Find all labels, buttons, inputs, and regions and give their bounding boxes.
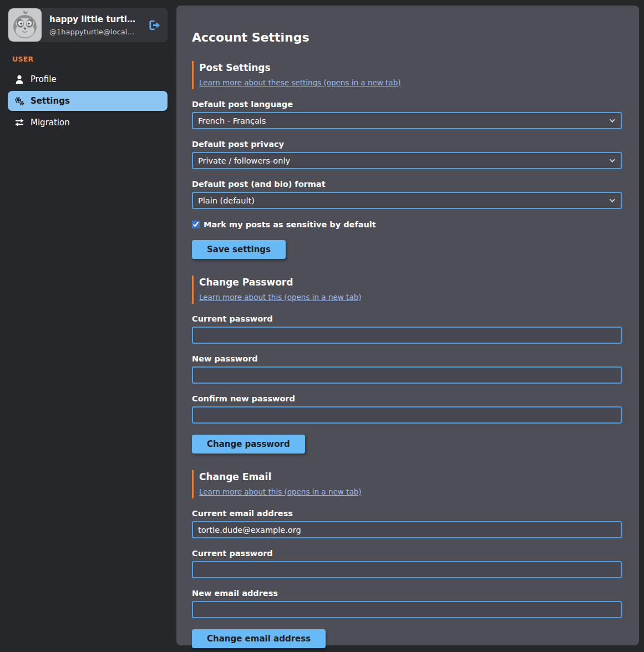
- user-icon: [14, 75, 24, 84]
- exchange-arrows-icon: [14, 119, 24, 126]
- default-post-format-select[interactable]: Plain (default): [192, 192, 622, 209]
- default-post-language-field: Default post language French - Français: [192, 100, 622, 129]
- change-password-heading: Change Password: [199, 277, 622, 288]
- confirm-new-password-input[interactable]: [192, 406, 622, 424]
- current-password-label: Current password: [192, 314, 622, 323]
- default-post-privacy-label: Default post privacy: [192, 140, 622, 149]
- sidebar-divider: [8, 48, 168, 48]
- change-email-heading: Change Email: [199, 471, 622, 482]
- current-email-label: Current email address: [192, 509, 622, 518]
- sidebar-section-label: USER: [8, 55, 168, 63]
- mark-sensitive-label: Mark my posts as sensitive by default: [204, 220, 376, 229]
- new-password-field: New password: [192, 354, 622, 384]
- sidebar-item-label: Migration: [31, 118, 70, 128]
- change-password-learn-more-link[interactable]: Learn more about this (opens in a new ta…: [199, 293, 362, 302]
- selected-language-value: French - Français: [198, 116, 266, 125]
- default-post-privacy-select[interactable]: Private / followers-only: [192, 152, 622, 169]
- sloth-avatar: [8, 8, 42, 42]
- chevron-down-icon: [610, 197, 615, 202]
- confirm-new-password-field: Confirm new password: [192, 394, 622, 424]
- gears-icon: [14, 96, 24, 106]
- sign-out-icon: [149, 20, 161, 30]
- change-email-learn-more-link[interactable]: Learn more about this (opens in a new ta…: [199, 487, 362, 496]
- new-password-label: New password: [192, 354, 622, 363]
- default-post-language-label: Default post language: [192, 100, 622, 109]
- current-email-input[interactable]: [192, 521, 622, 538]
- default-post-privacy-field: Default post privacy Private / followers…: [192, 140, 622, 169]
- sidebar-item-settings[interactable]: Settings: [8, 91, 168, 111]
- save-settings-button[interactable]: Save settings: [192, 240, 286, 259]
- email-current-password-field: Current password: [192, 549, 622, 578]
- change-password-header: Change Password Learn more about this (o…: [192, 276, 622, 304]
- mark-sensitive-row: Mark my posts as sensitive by default: [192, 220, 622, 229]
- default-post-language-select[interactable]: French - Français: [192, 112, 622, 129]
- default-post-format-field: Default post (and bio) format Plain (def…: [192, 180, 622, 209]
- current-email-field: Current email address: [192, 509, 622, 538]
- account-settings-panel: Account Settings Post Settings Learn mor…: [176, 6, 639, 645]
- logout-button[interactable]: [149, 20, 161, 30]
- sidebar-nav: Profile Settings: [8, 69, 168, 133]
- sidebar-item-label: Settings: [31, 96, 70, 106]
- change-email-button[interactable]: Change email address: [192, 629, 326, 648]
- post-settings-learn-more-link[interactable]: Learn more about these settings (opens i…: [199, 78, 400, 87]
- current-password-field: Current password: [192, 314, 622, 344]
- email-current-password-label: Current password: [192, 549, 622, 558]
- change-email-header: Change Email Learn more about this (open…: [192, 470, 622, 498]
- app-layout: happy little turtl… @1happyturtle@local……: [0, 0, 644, 652]
- change-password-button[interactable]: Change password: [192, 435, 305, 454]
- sidebar-item-profile[interactable]: Profile: [8, 69, 168, 89]
- email-current-password-input[interactable]: [192, 561, 622, 578]
- sidebar-item-label: Profile: [31, 74, 57, 84]
- page-title: Account Settings: [192, 30, 622, 44]
- sidebar-item-migration[interactable]: Migration: [8, 113, 168, 133]
- post-settings-header: Post Settings Learn more about these set…: [192, 61, 622, 89]
- selected-privacy-value: Private / followers-only: [198, 156, 290, 165]
- confirm-new-password-label: Confirm new password: [192, 394, 622, 403]
- user-handle: @1happyturtle@local…: [49, 28, 144, 36]
- chevron-down-icon: [610, 157, 615, 162]
- current-password-input[interactable]: [192, 327, 622, 344]
- user-card-text: happy little turtl… @1happyturtle@local…: [49, 14, 144, 36]
- new-password-input[interactable]: [192, 366, 622, 384]
- new-email-field: New email address: [192, 589, 622, 618]
- selected-format-value: Plain (default): [198, 196, 255, 205]
- mark-sensitive-checkbox[interactable]: [192, 221, 200, 228]
- post-settings-heading: Post Settings: [199, 62, 622, 73]
- sidebar: happy little turtl… @1happyturtle@local……: [8, 6, 168, 645]
- user-display-name: happy little turtl…: [49, 14, 144, 24]
- new-email-input[interactable]: [192, 601, 622, 618]
- new-email-label: New email address: [192, 589, 622, 598]
- user-card[interactable]: happy little turtl… @1happyturtle@local…: [8, 8, 168, 42]
- default-post-format-label: Default post (and bio) format: [192, 180, 622, 189]
- chevron-down-icon: [610, 117, 615, 123]
